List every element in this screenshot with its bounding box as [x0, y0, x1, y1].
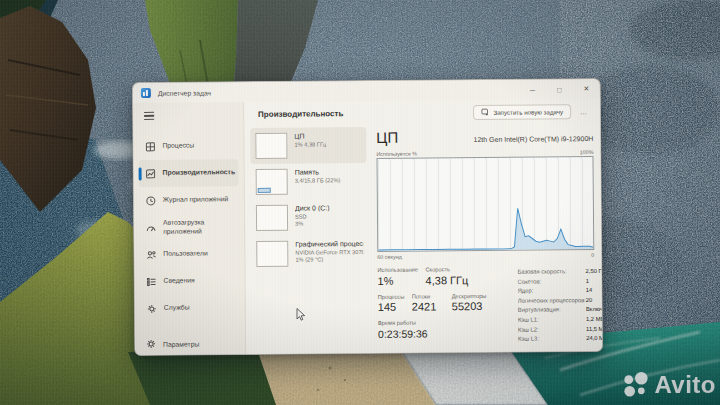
app-history-icon	[145, 195, 156, 206]
performance-cards-list: ЦП 1% 4,38 ГГц Память 3,4/15,8 ГБ (22%)	[244, 125, 370, 354]
avito-watermark: Avito	[621, 370, 716, 399]
window-title: Диспетчер задач	[158, 89, 211, 96]
card-subtitle: NVIDIA GeForce RTX 3070 Ti La	[295, 249, 363, 256]
stat-label: Кэш L1:	[518, 315, 586, 325]
card-title: Графический процессор	[295, 240, 363, 248]
gpu-mini-chart	[256, 241, 288, 267]
card-subtitle: SSD	[295, 213, 330, 219]
cpu-stats-right: Базовая скорость:2,50 ГГц Сокетов:1 Ядер…	[517, 265, 603, 352]
chart-xmax-label: 0	[591, 252, 594, 258]
cpu-mini-chart	[255, 133, 287, 159]
minimize-button[interactable]: ─	[519, 79, 546, 99]
stat-label: Базовая скорость:	[517, 267, 585, 277]
task-manager-app-icon	[141, 88, 151, 98]
stat-value: 2421	[412, 300, 452, 312]
uptime-label: Время работы	[378, 319, 510, 326]
users-icon	[145, 249, 156, 260]
processes-icon	[144, 141, 155, 152]
stat-value: 4,38 ГГц	[425, 273, 509, 286]
stat-label: Дескрипторы	[452, 292, 510, 299]
sidebar-item-startup-apps[interactable]: Автозагрузка приложений	[134, 213, 244, 241]
stat-value: 11,5 МБ	[586, 324, 603, 334]
close-button[interactable]: ✕	[573, 79, 600, 99]
sidebar-item-label: Пользователи	[163, 250, 207, 259]
stat-value: 24,0 МБ	[586, 334, 603, 344]
disk-mini-chart	[256, 205, 288, 231]
stat-label: Процессы	[378, 293, 412, 299]
stat-label: Кэш L3:	[518, 334, 586, 344]
cpu-model-name: 12th Gen Intel(R) Core(TM) i9-12900H	[473, 135, 593, 143]
sidebar-item-settings[interactable]: Параметры	[135, 338, 199, 349]
stat-label: Скорость	[425, 266, 509, 273]
stat-label: Потоки	[412, 293, 452, 299]
cpu-detail-panel: ЦП 12th Gen Intel(R) Core(TM) i9-12900H …	[368, 123, 602, 353]
page-title: Производительность	[258, 109, 343, 119]
stat-value: 14	[586, 286, 603, 296]
stat-value: 1	[586, 276, 604, 286]
performance-icon	[145, 168, 156, 179]
card-title: Диск 0 (C:)	[295, 204, 330, 211]
stat-value: 1,2 МБ	[586, 315, 603, 325]
stat-label: Логических процессоров:	[518, 296, 586, 306]
sidebar-item-label: Процессы	[162, 142, 194, 151]
stat-label: Ядер:	[518, 286, 586, 296]
card-title: Память	[295, 168, 341, 175]
sidebar-item-performance[interactable]: Производительность	[138, 159, 238, 187]
stat-value: 145	[378, 301, 412, 313]
page-header: Производительность Запустить новую задач…	[244, 99, 600, 126]
photo-of-screen: Диспетчер задач ─ □ ✕ Процессы	[0, 0, 720, 405]
sidebar-item-processes[interactable]: Процессы	[133, 132, 243, 160]
stat-label: Виртуализация:	[518, 305, 586, 315]
card-subtitle: 1% 4,38 ГГц	[294, 141, 326, 147]
sidebar-item-label: Журнал приложений	[163, 195, 228, 204]
avito-watermark-text: Avito	[654, 371, 716, 399]
chart-xmin-label: 60 секунд	[377, 254, 401, 260]
mouse-cursor	[296, 308, 306, 321]
card-subtitle: 3,4/15,8 ГБ (22%)	[295, 177, 341, 183]
sidebar-item-label: Сведения	[164, 277, 195, 286]
stat-value: 1%	[378, 274, 426, 286]
sidebar-item-users[interactable]: Пользователи	[134, 240, 244, 268]
card-subtitle: 1% (29 °C)	[295, 256, 363, 263]
sidebar-item-label: Службы	[164, 304, 190, 313]
task-manager-window: Диспетчер задач ─ □ ✕ Процессы	[132, 78, 603, 356]
run-new-task-label: Запустить новую задачу	[493, 108, 563, 116]
sidebar-item-services[interactable]: Службы	[135, 294, 245, 322]
card-subtitle: 3%	[295, 220, 330, 226]
menu-toggle-icon[interactable]	[133, 107, 170, 125]
card-disk[interactable]: Диск 0 (C:) SSD 3%	[251, 199, 367, 236]
services-icon	[146, 303, 157, 314]
startup-apps-icon	[145, 222, 156, 233]
chart-ylabel: Используется %	[376, 151, 417, 157]
settings-label: Параметры	[163, 340, 199, 347]
maximize-button[interactable]: □	[546, 79, 573, 99]
cpu-usage-chart	[376, 156, 594, 252]
sidebar-item-label: Автозагрузка приложений	[163, 218, 238, 236]
run-new-task-button[interactable]: Запустить новую задачу	[473, 104, 571, 120]
stat-value: 2,50 ГГц	[586, 267, 604, 277]
card-title: ЦП	[294, 132, 326, 139]
new-task-icon	[481, 108, 489, 116]
sidebar: Процессы Производительность Журнал прило…	[133, 102, 246, 355]
stat-value: Включено	[586, 305, 603, 315]
more-options-button[interactable]: …	[580, 108, 588, 115]
card-cpu[interactable]: ЦП 1% 4,38 ГГц	[250, 127, 366, 164]
avito-logo-icon	[621, 370, 650, 399]
stat-label: Использование	[377, 266, 425, 272]
card-gpu[interactable]: Графический процессор NVIDIA GeForce RTX…	[251, 235, 367, 272]
stat-value: 20	[586, 295, 603, 305]
cpu-stats-left: Использование 1% Скорость 4,38 ГГц	[377, 266, 510, 353]
memory-mini-chart	[256, 169, 288, 195]
card-memory[interactable]: Память 3,4/15,8 ГБ (22%)	[251, 163, 367, 200]
stat-value: 55203	[452, 300, 510, 313]
sidebar-item-details[interactable]: Сведения	[134, 267, 244, 295]
memory-composition-bar	[258, 188, 271, 193]
sidebar-item-app-history[interactable]: Журнал приложений	[134, 186, 244, 214]
stat-label: Кэш L2:	[518, 325, 586, 335]
details-icon	[146, 276, 157, 287]
sidebar-item-label: Производительность	[163, 168, 236, 177]
stat-label: Сокетов:	[518, 277, 586, 287]
cpu-panel-title: ЦП	[376, 129, 398, 146]
uptime-value: 0:23:59:36	[378, 326, 510, 339]
chart-ymax-label: 100%	[580, 149, 594, 155]
